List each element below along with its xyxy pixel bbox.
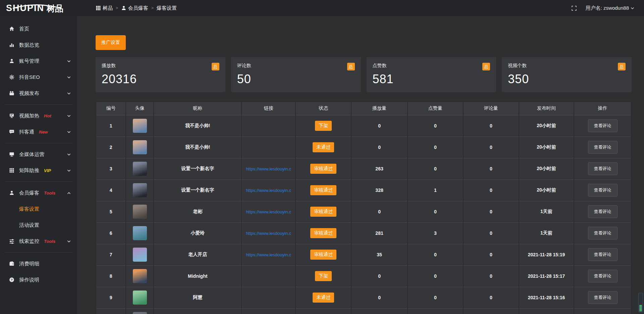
sidebar-item-9[interactable]: 会员爆客Tools — [0, 185, 77, 201]
cell-comments: 0 — [463, 115, 519, 137]
cell-comments: 0 — [463, 244, 519, 265]
cell-time: 1天前 — [519, 201, 574, 222]
video-table: 编号头像昵称链接状态播放量点赞量评论量发布时间操作 1我不是小帅!下架00020… — [96, 101, 632, 314]
topbar-right: 用户名: zswodun88 — [571, 5, 644, 11]
video-link[interactable]: https://www.iesdouyin.c — [246, 166, 291, 171]
chevron-up-icon — [66, 191, 72, 195]
username-label: 用户名: zswodun88 — [586, 5, 629, 11]
video-link[interactable]: https://www.iesdouyin.c — [246, 252, 291, 257]
cell-action — [574, 308, 631, 314]
cell-action: 查看评论 — [574, 287, 631, 308]
sidebar-item-11[interactable]: 消费明细 — [0, 256, 77, 272]
home-icon — [9, 26, 15, 32]
cell-comments: 0 — [463, 222, 519, 244]
chevron-down-icon — [66, 239, 72, 244]
corner-widget[interactable] — [638, 293, 643, 312]
view-comments-button[interactable]: 查看评论 — [588, 291, 618, 304]
view-comments-button[interactable]: 查看评论 — [588, 119, 618, 132]
sidebar-item-badge: Tools — [44, 191, 55, 196]
view-comments-button[interactable]: 查看评论 — [588, 162, 618, 175]
cell-time: 20小时前 — [519, 158, 574, 179]
sidebar-item-5[interactable]: 视频加热Hot — [0, 108, 77, 124]
cell-action: 查看评论 — [574, 265, 631, 287]
breadcrumb-item-home[interactable]: 树品 — [96, 5, 113, 11]
avatar — [133, 162, 147, 176]
sidebar-item-2[interactable]: 账号管理 — [0, 53, 77, 69]
cell-nickname: 我不是小帅! — [154, 137, 241, 158]
cell-link: https://www.iesdouyin.c — [241, 158, 296, 179]
column-header-5: 播放量 — [351, 102, 408, 115]
user-menu[interactable]: 用户名: zswodun88 — [586, 5, 635, 11]
sidebar-item-8[interactable]: 矩阵助推VIP — [0, 162, 77, 178]
table-body: 1我不是小帅!下架00020小时前查看评论2我不是小帅!未通过00020小时前查… — [96, 115, 631, 314]
cell-comments: 0 — [463, 201, 519, 222]
cell-comments: 0 — [463, 265, 519, 287]
corner-widget-bar — [639, 308, 642, 309]
stat-cards: 播放数 总 20316 评论数 总 50 点赞数 总 581 视频个数 总 35… — [96, 57, 632, 92]
table-row: 7老人开店https://www.iesdouyin.c审核通过35002021… — [96, 244, 631, 265]
cell-status: 审核通过 — [296, 222, 351, 244]
sidebar-item-12[interactable]: ?操作说明 — [0, 272, 77, 288]
view-comments-button[interactable]: 查看评论 — [588, 141, 618, 154]
cell-id: 1 — [96, 115, 126, 137]
cell-plays: 0 — [351, 115, 408, 137]
sidebar-item-1[interactable]: 数据总览 — [0, 37, 77, 53]
breadcrumb-label: 会员爆客 — [128, 5, 148, 11]
cell-status — [296, 308, 351, 314]
sidebar-subitem-9-1[interactable]: 活动设置 — [0, 217, 77, 233]
promotion-settings-button[interactable]: 推广设置 — [96, 35, 126, 50]
avatar — [133, 269, 147, 283]
svg-text:?: ? — [11, 278, 13, 281]
stat-card-value: 350 — [508, 72, 626, 86]
view-comments-button[interactable]: 查看评论 — [588, 184, 618, 197]
video-link[interactable]: https://www.iesdouyin.c — [246, 209, 291, 214]
view-comments-button[interactable]: 查看评论 — [588, 270, 618, 282]
cell-avatar — [126, 244, 154, 265]
stat-card-label: 评论数 — [237, 63, 251, 69]
view-comments-button[interactable]: 查看评论 — [588, 248, 618, 261]
cell-id: 4 — [96, 179, 126, 201]
status-badge: 未通过 — [313, 142, 334, 152]
video-link[interactable]: https://www.iesdouyin.c — [246, 231, 291, 236]
corner-widget-bar — [639, 309, 642, 310]
column-header-1: 头像 — [126, 102, 154, 115]
cell-id: 8 — [96, 265, 126, 287]
sidebar-item-3[interactable]: 抖音SEO — [0, 69, 77, 85]
sidebar-item-0[interactable]: 首页 — [0, 21, 77, 37]
sidebar-item-label: 视频发布 — [19, 90, 39, 97]
chevron-down-icon — [66, 114, 72, 118]
total-badge: 总 — [482, 63, 490, 70]
column-header-3: 链接 — [241, 102, 296, 115]
table-row: 2我不是小帅!未通过00020小时前查看评论 — [96, 137, 631, 158]
cell-link — [241, 287, 296, 308]
avatar — [133, 312, 147, 314]
sidebar-item-6[interactable]: 抖客通New — [0, 124, 77, 140]
view-comments-button[interactable]: 查看评论 — [588, 227, 618, 240]
breadcrumb: 树品 > 会员爆客 > 爆客设置 — [96, 5, 177, 11]
cell-link — [241, 265, 296, 287]
view-comments-button[interactable]: 查看评论 — [588, 205, 618, 218]
sidebar-item-label: 消费明细 — [19, 261, 39, 267]
sidebar-item-7[interactable]: 全媒体运营 — [0, 146, 77, 162]
cell-avatar — [126, 308, 154, 314]
breadcrumb-item-member[interactable]: 会员爆客 — [121, 5, 148, 11]
status-badge: 审核通过 — [310, 250, 336, 260]
cell-id: 6 — [96, 222, 126, 244]
cell-status: 未通过 — [296, 137, 351, 158]
sidebar-item-4[interactable]: 视频发布 — [0, 85, 77, 101]
app-logo: SHUPIN 树品 — [0, 4, 77, 13]
cell-time: 1天前 — [519, 222, 574, 244]
stat-card-value: 20316 — [102, 72, 219, 86]
status-badge: 未通过 — [313, 293, 334, 303]
sidebar-subitem-9-0[interactable]: 爆客设置 — [0, 201, 77, 217]
total-badge: 总 — [347, 63, 355, 70]
fullscreen-icon[interactable] — [571, 5, 577, 11]
sidebar-item-badge: Hot — [44, 113, 51, 118]
user-icon — [9, 58, 15, 64]
cell-action: 查看评论 — [574, 222, 631, 244]
video-link[interactable]: https://www.iesdouyin.c — [246, 188, 291, 193]
avatar — [133, 205, 147, 219]
cell-time: 20小时前 — [519, 137, 574, 158]
sidebar-item-10[interactable]: 线索监控Tools — [0, 233, 77, 249]
table-row: 9阿慧未通过0002021-11-28 15:16查看评论 — [96, 287, 631, 308]
